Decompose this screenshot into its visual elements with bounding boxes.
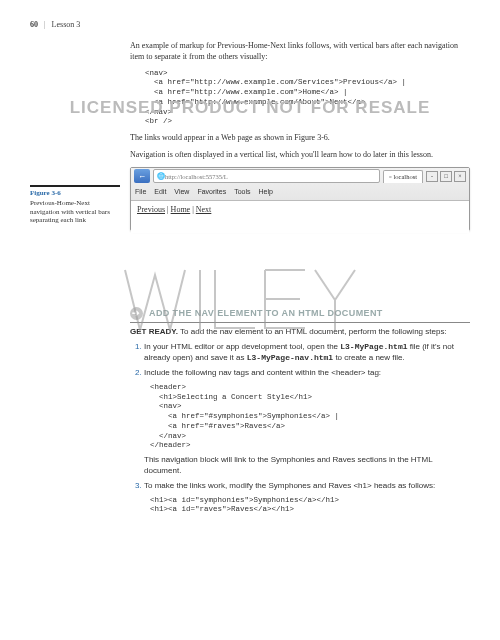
menu-favorites[interactable]: Favorites bbox=[197, 188, 226, 195]
link-home[interactable]: Home bbox=[171, 205, 191, 214]
section-title: ADD THE NAV ELEMENT TO AN HTML DOCUMENT bbox=[149, 308, 383, 318]
step-1: In your HTML editor or app development t… bbox=[144, 342, 470, 364]
arrow-left-icon: ← bbox=[138, 172, 146, 181]
menu-help[interactable]: Help bbox=[259, 188, 273, 195]
step-2-note: This navigation block will link to the S… bbox=[144, 455, 470, 477]
address-bar[interactable]: 🌐 http://localhost:55735/L bbox=[153, 169, 380, 183]
browser-chrome: ← 🌐 http://localhost:55735/L ▫ localhost… bbox=[131, 168, 469, 201]
figure-title: Figure 3-6 bbox=[30, 185, 120, 197]
paragraph-3: Navigation is often displayed in a verti… bbox=[130, 150, 470, 161]
browser-tab[interactable]: ▫ localhost bbox=[383, 170, 423, 183]
code-sample-1: <nav> <a href="http://www.example.com/Se… bbox=[145, 69, 470, 128]
page-icon: ▫ bbox=[389, 173, 391, 180]
minimize-button[interactable]: - bbox=[426, 171, 438, 182]
window-controls: - □ × bbox=[426, 171, 466, 182]
url-text: http://localhost:55735/L bbox=[165, 173, 228, 180]
globe-icon: 🌐 bbox=[157, 172, 165, 180]
figure-caption: Previous-Home-Next navigation with verti… bbox=[30, 199, 120, 224]
file-1: L3-MyPage.html bbox=[340, 342, 407, 351]
section-rule bbox=[130, 322, 470, 323]
page-number: 60 bbox=[30, 20, 38, 29]
get-ready-text: To add the nav element to an HTML docume… bbox=[178, 327, 447, 336]
browser-mock: ← 🌐 http://localhost:55735/L ▫ localhost… bbox=[130, 167, 470, 231]
steps-list: In your HTML editor or app development t… bbox=[130, 342, 470, 515]
tab-label: localhost bbox=[394, 173, 417, 180]
page-header: 60 | Lesson 3 bbox=[30, 20, 470, 29]
lesson-label: Lesson 3 bbox=[52, 20, 81, 29]
get-ready-label: GET READY. bbox=[130, 327, 178, 336]
menu-file[interactable]: File bbox=[135, 188, 146, 195]
file-2: L3-MyPage-nav.html bbox=[247, 353, 333, 362]
back-button[interactable]: ← bbox=[134, 169, 150, 183]
code-sample-3: <h1><a id="symphonies">Symphonies</a></h… bbox=[150, 496, 470, 516]
header-sep: | bbox=[44, 20, 46, 29]
section-header: ➔ ADD THE NAV ELEMENT TO AN HTML DOCUMEN… bbox=[130, 307, 470, 320]
menu-edit[interactable]: Edit bbox=[154, 188, 166, 195]
get-ready-line: GET READY. To add the nav element to an … bbox=[130, 327, 470, 338]
intro-paragraph: An example of markup for Previous-Home-N… bbox=[130, 41, 470, 63]
link-previous[interactable]: Previous bbox=[137, 205, 165, 214]
code-sample-2: <header> <h1>Selecting a Concert Style</… bbox=[150, 383, 470, 451]
step-3: To make the links work, modify the Symph… bbox=[144, 481, 470, 515]
browser-menu-bar: File Edit View Favorites Tools Help bbox=[131, 185, 469, 198]
menu-view[interactable]: View bbox=[174, 188, 189, 195]
paragraph-2: The links would appear in a Web page as … bbox=[130, 133, 470, 144]
arrow-right-icon: ➔ bbox=[130, 307, 143, 320]
link-next[interactable]: Next bbox=[196, 205, 212, 214]
menu-tools[interactable]: Tools bbox=[234, 188, 250, 195]
step-2: Include the following nav tags and conte… bbox=[144, 368, 470, 477]
close-button[interactable]: × bbox=[454, 171, 466, 182]
browser-content: Previous | Home | Next bbox=[131, 201, 469, 233]
maximize-button[interactable]: □ bbox=[440, 171, 452, 182]
figure-caption-block: Figure 3-6 Previous-Home-Next navigation… bbox=[30, 185, 120, 225]
